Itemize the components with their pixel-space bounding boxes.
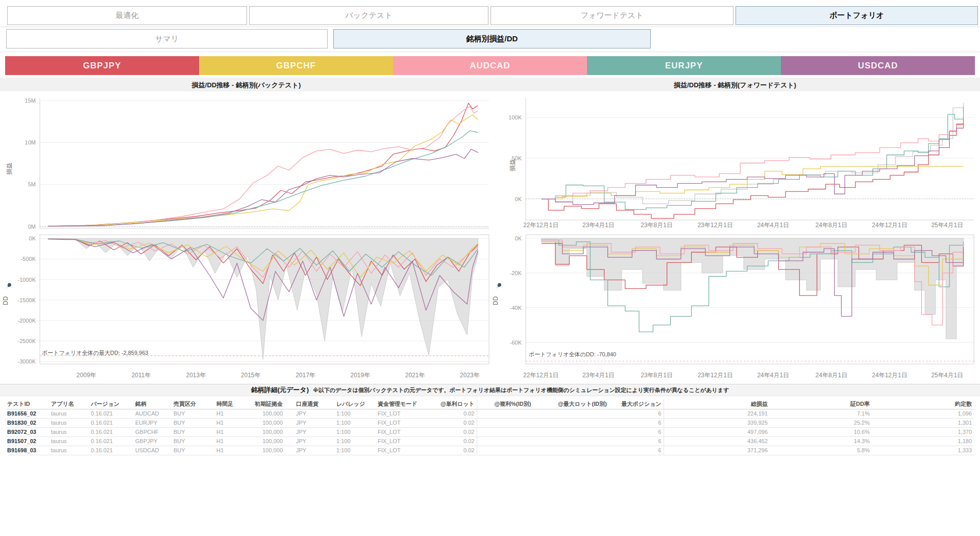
svg-text:0K: 0K: [515, 196, 522, 202]
symbol-detail-table: テストIDアプリ名バージョン銘柄売買区分時間足初期証拠金口座通貨レバレッジ資金管…: [7, 399, 974, 455]
table-cell: 436,452: [664, 436, 770, 446]
table-cell: 6: [607, 436, 664, 446]
table-cell: 0.16.021: [91, 436, 135, 446]
table-cell: 1:100: [333, 427, 375, 436]
svg-text:-1500K: -1500K: [18, 297, 36, 303]
table-cell: FIX_LOT: [375, 427, 436, 436]
col-header[interactable]: テストID: [7, 399, 51, 409]
test-id-cell: B91830_02: [7, 418, 51, 427]
col-header[interactable]: 最大ポジション: [607, 399, 664, 409]
col-header[interactable]: 時間足: [216, 399, 240, 409]
svg-text:23年12月1日: 23年12月1日: [698, 372, 733, 379]
table-cell: 1,333: [872, 446, 974, 455]
col-header[interactable]: レバレッジ: [333, 399, 375, 409]
table-cell: [477, 436, 541, 446]
table-title-band: 銘柄詳細(元データ) ※以下のデータは個別バックテストの元データです。ポートフォ…: [0, 384, 980, 396]
sub-tab-summary[interactable]: サマリ: [6, 29, 328, 48]
table-cell: 1,301: [872, 418, 974, 427]
svg-text:2015年: 2015年: [241, 372, 261, 379]
svg-text:24年8月1日: 24年8月1日: [816, 222, 848, 229]
table-cell: GBPCHF: [135, 427, 174, 436]
svg-text:24年12月1日: 24年12月1日: [872, 372, 907, 379]
table-cell: 339,925: [664, 418, 770, 427]
col-header[interactable]: 約定数: [872, 399, 974, 409]
table-cell: BUY: [174, 418, 216, 427]
col-header[interactable]: バージョン: [91, 399, 135, 409]
svg-text:22年12月1日: 22年12月1日: [523, 372, 558, 379]
main-tab-optimization[interactable]: 最適化: [7, 6, 247, 25]
table-cell: 0.16.021: [91, 418, 135, 427]
table-cell: 1,096: [872, 409, 974, 418]
table-cell: EURJPY: [135, 418, 174, 427]
table-row[interactable]: B92072_03taurus0.16.021GBPCHFBUYH1100,00…: [7, 427, 974, 436]
symbol-button-usdcad[interactable]: USDCAD: [781, 56, 975, 75]
svg-text:-2500K: -2500K: [18, 338, 36, 344]
table-cell: 6: [607, 446, 664, 455]
svg-text:-60K: -60K: [510, 339, 522, 346]
table-cell: 0.02: [436, 446, 477, 455]
right-dd-axis-label: DD: [492, 296, 499, 305]
svg-text:5M: 5M: [28, 181, 36, 187]
col-header[interactable]: @最大ロット(ID別): [541, 399, 607, 409]
test-id-cell: B91656_02: [7, 409, 51, 418]
table-row[interactable]: B91656_02taurus0.16.021AUDCADBUYH1100,00…: [7, 409, 974, 418]
main-tab-forward-test[interactable]: フォワードテスト: [491, 6, 733, 25]
table-cell: 100,000: [240, 409, 285, 418]
sub-tab-symbol-pl-dd[interactable]: 銘柄別損益/DD: [333, 29, 651, 48]
main-tab-portfolio[interactable]: ポートフォリオ: [736, 6, 978, 25]
col-header[interactable]: 総損益: [664, 399, 770, 409]
table-cell: 6: [607, 427, 664, 436]
table-cell: taurus: [51, 436, 91, 446]
table-cell: [541, 409, 607, 418]
table-cell: 0.16.021: [91, 409, 135, 418]
test-id-cell: B92072_03: [7, 427, 51, 436]
col-header[interactable]: 売買区分: [174, 399, 216, 409]
svg-text:0K: 0K: [515, 235, 522, 241]
table-row[interactable]: B91698_03taurus0.16.021USDCADBUYH1100,00…: [7, 446, 974, 455]
table-cell: taurus: [51, 409, 91, 418]
col-header[interactable]: @単利ロット: [436, 399, 477, 409]
svg-text:24年4月1日: 24年4月1日: [757, 372, 789, 379]
svg-text:24年8月1日: 24年8月1日: [816, 372, 848, 379]
table-cell: 14.3%: [770, 436, 872, 446]
table-cell: 0.02: [436, 427, 477, 436]
svg-text:10M: 10M: [25, 139, 36, 145]
col-header[interactable]: 資金管理モード: [375, 399, 436, 409]
svg-text:15M: 15M: [25, 98, 36, 104]
col-header[interactable]: 口座通貨: [285, 399, 333, 409]
table-row[interactable]: B91830_02taurus0.16.021EURJPYBUYH1100,00…: [7, 418, 974, 427]
col-header[interactable]: 銘柄: [135, 399, 174, 409]
svg-text:23年4月1日: 23年4月1日: [582, 222, 615, 229]
symbol-button-gbpchf[interactable]: GBPCHF: [199, 56, 393, 75]
col-header[interactable]: 証DD率: [770, 399, 872, 409]
col-header[interactable]: アプリ名: [51, 399, 91, 409]
col-header[interactable]: 初期証拠金: [240, 399, 285, 409]
table-cell: 25.2%: [770, 418, 872, 427]
svg-text:-40K: -40K: [510, 305, 522, 311]
svg-text:2023年: 2023年: [460, 372, 480, 379]
table-cell: 0.16.021: [91, 446, 135, 455]
table-row[interactable]: B91507_02taurus0.16.021GBPJPYBUYH1100,00…: [7, 436, 974, 446]
test-id-cell: B91698_03: [7, 446, 51, 455]
svg-text:22年12月1日: 22年12月1日: [523, 222, 558, 229]
table-cell: GBPJPY: [135, 436, 174, 446]
svg-text:2017年: 2017年: [296, 372, 315, 379]
svg-text:100K: 100K: [508, 114, 522, 120]
table-cell: FIX_LOT: [375, 436, 436, 446]
table-cell: H1: [216, 418, 240, 427]
table-cell: H1: [216, 409, 240, 418]
table-cell: H1: [216, 436, 240, 446]
pin-icon: [494, 282, 502, 290]
symbol-button-audcad[interactable]: AUDCAD: [393, 56, 587, 75]
table-cell: [541, 427, 607, 436]
table-cell: BUY: [174, 446, 216, 455]
table-cell: USDCAD: [135, 446, 174, 455]
table-cell: taurus: [51, 418, 91, 427]
symbol-button-gbpjpy[interactable]: GBPJPY: [5, 56, 199, 75]
main-tab-backtest[interactable]: バックテスト: [249, 6, 488, 25]
col-header[interactable]: @複利%(ID別): [477, 399, 541, 409]
table-cell: FIX_LOT: [375, 418, 436, 427]
svg-text:-1000K: -1000K: [18, 277, 36, 283]
symbol-button-eurjpy[interactable]: EURJPY: [587, 56, 781, 75]
forwardtest-chart-title: 損益/DD推移 - 銘柄別(フォワードテスト): [505, 81, 965, 90]
